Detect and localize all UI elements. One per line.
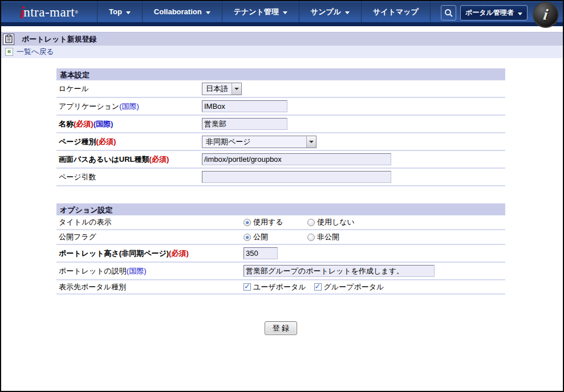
nav-item-tenant-admin[interactable]: テナント管理 — [222, 1, 299, 22]
radio-title-show[interactable]: 使用する — [244, 217, 307, 227]
badge-i-glyph: i — [542, 7, 549, 23]
radio-icon — [307, 219, 315, 226]
nav-item-top[interactable]: Top — [97, 1, 142, 22]
radio-title-hide[interactable]: 使用しない — [307, 217, 355, 227]
field-label: ロケール — [56, 84, 202, 94]
register-button[interactable]: 登 録 — [265, 321, 298, 335]
page-title: ポートレット新規登録 — [22, 34, 97, 44]
intra-mart-logo[interactable]: intra-mart® — [1, 1, 97, 22]
chevron-down-icon — [206, 11, 210, 14]
description-input[interactable] — [244, 265, 435, 277]
row-public-flag: 公開フラグ 公開 非公開 — [56, 230, 505, 245]
nav-item-collaboration[interactable]: Collaboration — [142, 1, 222, 22]
navbar-bottom-strip — [1, 22, 563, 26]
logo-text: ntra-mart — [23, 5, 75, 20]
nav-label: サイトマップ — [373, 7, 419, 17]
portlet-height-input[interactable] — [244, 247, 278, 259]
row-portlet-height: ポートレット高さ(非同期ページ)(必須) — [56, 245, 505, 263]
field-label: ページ種別(必須) — [56, 137, 202, 147]
screen-path-input[interactable] — [202, 153, 391, 165]
radio-public[interactable]: 公開 — [244, 232, 307, 242]
app-window: intra-mart® Top Collaboration テナント管理 サンプ… — [0, 0, 564, 392]
intra-mart-badge-icon[interactable]: i — [533, 2, 559, 28]
checkbox-group-portal[interactable]: グループポータル — [314, 282, 384, 292]
row-portal-type: 表示先ポータル種別 ユーザポータル グループポータル — [56, 280, 505, 295]
nav-item-sample[interactable]: サンプル — [299, 1, 361, 22]
row-title-display: タイトルの表示 使用する 使用しない — [56, 215, 505, 230]
field-label: ポートレットの説明(国際) — [56, 266, 244, 276]
nav-label: Top — [109, 7, 122, 16]
checkbox-icon — [244, 283, 251, 291]
select-arrow-button[interactable] — [306, 136, 316, 148]
radio-private[interactable]: 非公開 — [307, 232, 339, 242]
row-name: 名称(必須)(国際) — [56, 116, 505, 133]
chevron-down-icon — [518, 13, 522, 15]
back-link-bar: « 一覧へ戻る — [1, 46, 563, 58]
chevron-down-icon — [309, 141, 314, 143]
row-page-type: ページ種別(必須) 非同期ページ — [56, 133, 505, 151]
submit-area: 登 録 — [56, 321, 505, 335]
nav-label: サンプル — [311, 7, 341, 17]
checkbox-icon — [314, 283, 322, 291]
nav-label: Collaboration — [154, 7, 202, 16]
row-application: アプリケーション(国際) — [56, 98, 505, 116]
spacer — [1, 26, 563, 32]
role-dropdown[interactable]: ポータル管理者 — [460, 5, 528, 21]
row-screen-path: 画面パスあるいはURL種類(必須) — [56, 151, 505, 169]
field-label: 画面パスあるいはURL種類(必須) — [56, 154, 202, 165]
field-label: タイトルの表示 — [56, 217, 244, 227]
radio-icon — [307, 234, 315, 241]
chevron-down-icon — [283, 11, 287, 14]
page-args-input[interactable] — [202, 171, 391, 183]
search-icon — [444, 9, 453, 18]
top-navbar: intra-mart® Top Collaboration テナント管理 サンプ… — [1, 1, 563, 26]
section-header-options: オプション設定 — [56, 203, 505, 215]
chevron-down-icon — [126, 11, 131, 14]
row-page-args: ページ引数 — [56, 169, 505, 186]
page-titlebar: ポートレット新規登録 — [1, 32, 563, 46]
back-to-list-link[interactable]: 一覧へ戻る — [17, 47, 54, 57]
back-arrow-icon[interactable]: « — [5, 48, 13, 56]
row-description: ポートレットの説明(国際) — [56, 263, 505, 280]
select-arrow-button[interactable] — [232, 83, 241, 95]
nav-label: テナント管理 — [234, 7, 279, 17]
page-type-select[interactable]: 非同期ページ — [202, 136, 317, 148]
field-label: 名称(必須)(国際) — [56, 119, 202, 129]
locale-select-value: 日本語 — [202, 84, 232, 94]
field-label: アプリケーション(国際) — [56, 101, 202, 112]
field-label: ページ引数 — [56, 172, 202, 182]
field-label: 公開フラグ — [56, 232, 244, 242]
role-dropdown-value: ポータル管理者 — [465, 8, 514, 18]
portlet-form: 基本設定 ロケール 日本語 アプリケーション(国際) 名称(必須)(国際) — [56, 68, 505, 335]
clipboard-icon — [3, 34, 14, 45]
field-label: ポートレット高さ(非同期ページ)(必須) — [56, 248, 244, 259]
nav-item-sitemap[interactable]: サイトマップ — [361, 1, 431, 22]
checkbox-user-portal[interactable]: ユーザポータル — [244, 282, 306, 292]
radio-icon — [244, 219, 251, 226]
chevron-down-icon — [345, 11, 350, 14]
chevron-down-icon — [234, 88, 239, 90]
application-input[interactable] — [202, 100, 287, 112]
search-button[interactable] — [441, 5, 456, 21]
row-locale: ロケール 日本語 — [56, 80, 505, 98]
radio-icon — [244, 234, 251, 241]
registered-mark: ® — [75, 10, 78, 15]
section-header-basic: 基本設定 — [56, 68, 505, 80]
name-input[interactable] — [202, 118, 287, 130]
field-label: 表示先ポータル種別 — [56, 282, 244, 292]
locale-select[interactable]: 日本語 — [202, 83, 242, 95]
page-type-select-value: 非同期ページ — [202, 137, 254, 147]
